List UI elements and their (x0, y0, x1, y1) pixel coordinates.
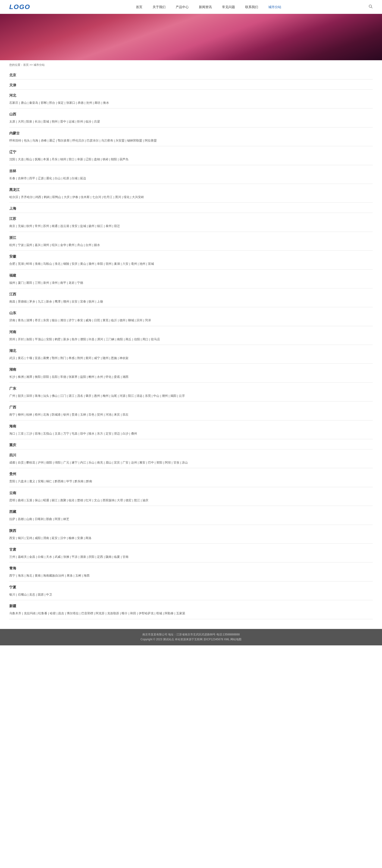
city-link[interactable]: 镇江 (97, 224, 103, 228)
city-link[interactable]: 湘西 (123, 375, 128, 378)
city-link[interactable]: 湛江 (68, 394, 74, 398)
city-link[interactable]: 武威 (55, 555, 61, 559)
city-link[interactable]: 宝鸡 (26, 536, 32, 540)
city-link[interactable]: 东营 (43, 318, 49, 322)
city-link[interactable]: 运城 (68, 120, 74, 123)
city-link[interactable]: 滁州 (89, 262, 94, 266)
city-link[interactable]: 兴安盟 (116, 139, 125, 142)
city-link[interactable]: 广元 (63, 461, 69, 464)
city-link[interactable]: 益阳 (80, 375, 86, 378)
city-link[interactable]: 固原 (38, 593, 44, 596)
city-link[interactable]: 阿坝 (165, 461, 171, 464)
city-link[interactable]: 赤峰 (41, 139, 47, 142)
city-link[interactable]: 泰安 (77, 318, 83, 322)
city-link[interactable]: 海南藏族自治州 (43, 574, 64, 577)
city-link[interactable]: 巢湖 (114, 262, 120, 266)
city-link[interactable]: 乌兰察布 (101, 139, 113, 142)
city-link[interactable]: 濮阳 (80, 338, 86, 341)
city-link[interactable]: 兰州 (9, 555, 15, 559)
city-link[interactable]: 襄樊 (43, 356, 49, 360)
city-link[interactable]: 阳泉 (26, 120, 32, 123)
city-link[interactable]: 长治 (35, 120, 41, 123)
city-link[interactable]: 张家口 (66, 101, 75, 104)
city-link[interactable]: 哈尔滨 (9, 195, 18, 199)
city-link[interactable]: 阜阳 (97, 262, 103, 266)
city-link[interactable]: 临沧 (68, 498, 74, 502)
city-link[interactable]: 毕节 (66, 479, 72, 483)
city-link[interactable]: 琼海 (35, 432, 41, 435)
city-link[interactable]: 郑州 (9, 338, 15, 341)
city-link[interactable]: 宜宾 (114, 461, 120, 464)
city-link[interactable]: 渭南 (43, 536, 49, 540)
city-link[interactable]: 本溪 (43, 157, 49, 161)
city-link[interactable]: 九江 (38, 300, 44, 303)
city-link[interactable]: 汕尾 (111, 394, 117, 398)
city-link[interactable]: 酒泉 (80, 555, 86, 559)
city-link[interactable]: 嘉兴 (35, 243, 41, 247)
city-link[interactable]: 七台河 (92, 195, 101, 199)
city-link[interactable]: 通辽 (49, 139, 55, 142)
city-link[interactable]: 甘孜 (173, 461, 180, 464)
city-link[interactable]: 鄂州 (52, 356, 58, 360)
city-link[interactable]: 莆田 (26, 281, 32, 284)
city-link[interactable]: 平顶山 (35, 338, 44, 341)
city-link[interactable]: 漳州 (52, 281, 58, 284)
city-link[interactable]: 三沙 (26, 432, 32, 435)
city-link[interactable]: 金昌 (29, 555, 35, 559)
city-link[interactable]: 吐鲁番 (38, 612, 47, 615)
city-link[interactable]: 榆林 (68, 536, 74, 540)
city-link[interactable]: 巴中 (148, 461, 154, 464)
city-link[interactable]: 昭通 (43, 498, 49, 502)
city-link[interactable]: 安顺 (38, 479, 44, 483)
city-link[interactable]: 白山 (55, 177, 61, 180)
city-link[interactable]: 焦作 (71, 338, 77, 341)
city-link[interactable]: 丽水 (94, 243, 100, 247)
city-link[interactable]: 海口 (9, 432, 15, 435)
city-link[interactable]: 黔东南 (74, 479, 84, 483)
city-link[interactable]: 三亚 (18, 432, 24, 435)
city-link[interactable]: 伊犁哈萨克 (139, 612, 154, 615)
city-link[interactable]: 佳木斯 (81, 195, 90, 199)
city-link[interactable]: 南昌 (9, 300, 15, 303)
city-link[interactable]: 南通 (52, 224, 58, 228)
city-link[interactable]: 阿里 (55, 517, 61, 521)
city-link[interactable]: 曲靖 (18, 498, 24, 502)
city-link[interactable]: 辽阳 (86, 157, 91, 161)
city-link[interactable]: 无锡 (18, 224, 24, 228)
city-link[interactable]: 白城 (71, 177, 77, 180)
city-link[interactable]: 合肥 (9, 262, 15, 266)
city-link[interactable]: 新余 (46, 300, 52, 303)
city-link[interactable]: 黄冈 (86, 356, 91, 360)
city-link[interactable]: 厦门 (18, 281, 24, 284)
city-link[interactable]: 内江 (80, 461, 86, 464)
city-link[interactable]: 海北 (26, 574, 32, 577)
city-link[interactable]: 果洛 (67, 574, 73, 577)
city-link[interactable]: 江门 (60, 394, 66, 398)
city-link[interactable]: 安阳 (46, 338, 52, 341)
city-link[interactable]: 池州 (139, 262, 146, 266)
city-link[interactable]: 惠聚 (60, 498, 66, 502)
city-link[interactable]: 朝阳 (111, 157, 117, 161)
city-link[interactable]: 济南 (9, 318, 15, 322)
city-link[interactable]: 淮南 (35, 262, 41, 266)
city-link[interactable]: 南阳 (117, 338, 123, 341)
city-link[interactable]: 铁岭 (102, 157, 108, 161)
city-link[interactable]: 朔州 (52, 120, 58, 123)
city-link[interactable]: 忻州 (77, 120, 83, 123)
city-link[interactable]: 张掖 (63, 555, 69, 559)
city-link[interactable]: 三门峡 (105, 338, 115, 341)
city-link[interactable]: 银川 (9, 593, 15, 596)
city-link[interactable]: 东方 (97, 432, 103, 435)
city-link[interactable]: 菏泽 (145, 318, 151, 322)
city-link[interactable]: 文山 (94, 498, 100, 502)
city-link[interactable]: 承德 (77, 101, 84, 104)
city-link[interactable]: 黄石 (18, 356, 24, 360)
city-link[interactable]: 甘南 (123, 555, 128, 559)
city-link[interactable]: 韶关 (18, 394, 24, 398)
city-link[interactable]: 常州 (35, 224, 41, 228)
city-link[interactable]: 丹东 (52, 157, 58, 161)
city-link[interactable]: 恩施 (111, 356, 117, 360)
city-link[interactable]: 金华 (60, 243, 66, 247)
city-link[interactable]: 六安 (123, 262, 128, 266)
city-link[interactable]: 威海 (86, 318, 91, 322)
